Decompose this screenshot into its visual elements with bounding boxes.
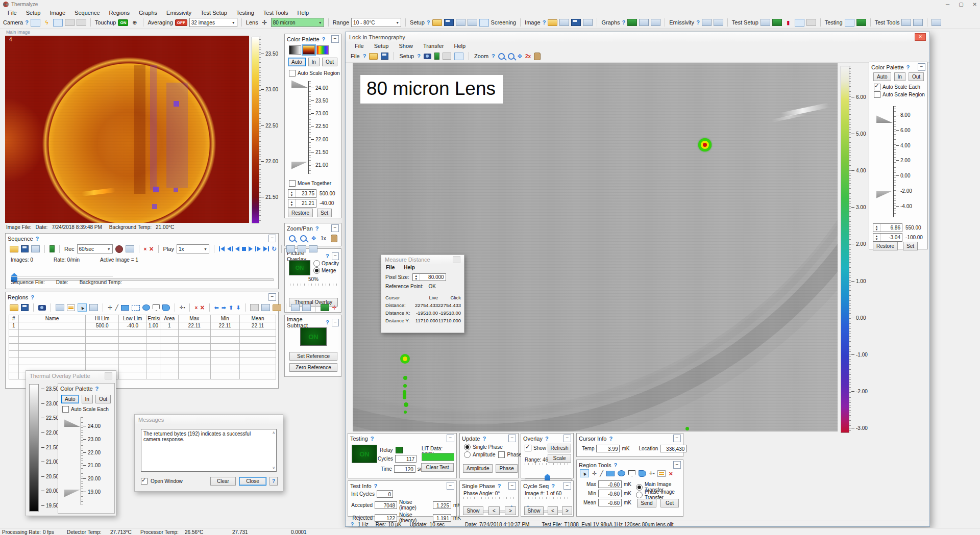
skip-start-button[interactable] (219, 246, 225, 251)
help-icon[interactable]: ? (326, 253, 329, 259)
opacity-radio[interactable] (313, 260, 320, 267)
auto-button[interactable]: Auto (873, 72, 891, 81)
averaging-select[interactable]: 32 images▼ (189, 18, 237, 27)
hi-value-spinner[interactable]: ▲▼6.86 (873, 223, 902, 232)
menu-item[interactable]: Help (399, 265, 420, 270)
restore-button[interactable]: Restore (873, 242, 898, 250)
send-button[interactable]: Send (637, 499, 656, 507)
test-setup-thermo-icon[interactable]: ▮ (784, 18, 793, 27)
scroll-down-icon[interactable]: ∨ (272, 466, 275, 470)
messages-textarea[interactable]: The returned bytes (192) indicates a suc… (141, 429, 277, 472)
camera-lock-icon[interactable] (65, 19, 75, 26)
regions-snapshot-icon[interactable] (38, 305, 46, 311)
range-select[interactable]: 10 - 80°C▼ (351, 18, 401, 27)
outdent-icon[interactable] (302, 304, 311, 311)
upper-limit-slider[interactable] (876, 115, 893, 123)
move-left-icon[interactable]: ⬅ (214, 304, 219, 311)
collapse-button[interactable]: − (331, 35, 339, 43)
in-button[interactable]: In (894, 72, 905, 81)
amplitude-radio[interactable] (464, 451, 471, 458)
freeform-tool-icon[interactable] (162, 304, 170, 311)
setup-export-icon[interactable] (468, 19, 477, 26)
close-button[interactable]: Close (239, 477, 266, 486)
lo-value-spinner[interactable]: ▲▼21.21 (288, 199, 316, 208)
regions-save-icon[interactable] (21, 304, 29, 311)
window-close-button[interactable] (453, 256, 460, 263)
phase-checkbox[interactable] (498, 451, 505, 458)
setup-screening-icon[interactable] (479, 19, 489, 27)
play-forward-button[interactable] (249, 246, 253, 251)
show-button[interactable]: Show (524, 506, 544, 515)
select-tool-icon[interactable]: ▲ (78, 303, 87, 312)
test-setup-board-icon[interactable] (772, 19, 782, 26)
point-tool-icon[interactable]: ✛ (108, 304, 112, 311)
freeform-tool-icon[interactable] (639, 470, 646, 477)
collapse-button[interactable]: − (332, 252, 339, 260)
graphs-bar-icon[interactable] (639, 19, 649, 26)
sequence-open-icon[interactable] (10, 246, 18, 252)
out-button[interactable]: Out (322, 58, 337, 66)
touchup-on-badge[interactable]: ON (118, 19, 128, 26)
zoom-fit-icon[interactable]: ✥ (311, 235, 316, 242)
save-icon[interactable] (381, 53, 388, 60)
sequence-film-icon[interactable] (31, 245, 40, 252)
get-button[interactable]: Get (660, 499, 679, 507)
graphs-help-icon[interactable]: ? (622, 19, 626, 26)
camera-flash-icon[interactable]: ϟ (42, 18, 51, 27)
auto-button[interactable]: Auto (288, 58, 306, 66)
testing-on-icon[interactable] (856, 19, 866, 26)
delete-image-icon[interactable]: × (144, 246, 147, 252)
pixel-size-spinner[interactable]: ▲▼80.000 (412, 273, 446, 281)
upper-limit-slider[interactable] (291, 80, 308, 88)
help-icon[interactable]: ? (545, 436, 549, 442)
phase-button[interactable]: Phase (496, 464, 517, 473)
sequence-save-icon[interactable] (21, 245, 29, 252)
collapse-button[interactable]: − (447, 482, 454, 490)
auto-scale-each-checkbox[interactable] (62, 406, 69, 413)
delete-region-icon[interactable]: × (669, 470, 673, 477)
lens-select[interactable]: 80 micron▼ (271, 18, 324, 27)
testing-signal-icon[interactable] (845, 19, 854, 27)
camera-temp-icon[interactable] (53, 19, 63, 27)
menu-item[interactable]: File (350, 43, 369, 49)
help-icon[interactable]: ? (498, 483, 501, 489)
help-icon[interactable]: ? (322, 36, 326, 42)
lockin-titlebar[interactable]: Lock-in Thermography ✕ (346, 32, 929, 42)
lockin-image[interactable]: 80 micron Lens (353, 63, 838, 431)
restore-button[interactable]: Restore (288, 209, 313, 217)
record-button[interactable] (115, 245, 123, 253)
scroll-up-icon[interactable]: ∧ (272, 430, 275, 435)
palette-rainbow-swatch[interactable] (316, 45, 329, 55)
regions-empty-row[interactable] (9, 358, 276, 365)
menu-item[interactable]: Sequence (70, 10, 105, 16)
label-tool-icon[interactable] (89, 304, 98, 311)
prev-button[interactable]: < (548, 506, 558, 515)
move-together-checkbox[interactable] (289, 180, 296, 187)
zoom-2x-button[interactable]: 2x (525, 54, 531, 59)
collapse-button[interactable]: − (508, 435, 516, 442)
help-icon[interactable]: ? (374, 483, 378, 489)
next-button[interactable]: > (505, 506, 516, 515)
add-point-grid-icon[interactable]: ✛▪ (180, 305, 185, 310)
auto-scale-region-checkbox[interactable] (874, 91, 880, 98)
menu-item[interactable]: File (3, 10, 21, 16)
image-save-icon[interactable] (571, 19, 581, 26)
collapse-button[interactable]: − (673, 461, 681, 469)
menu-item[interactable]: Image (45, 10, 70, 16)
collapse-button[interactable]: − (331, 224, 339, 232)
stop-button[interactable] (242, 247, 246, 251)
add-point-grid-icon[interactable]: ✛▪ (649, 471, 655, 476)
next-frame-button[interactable] (255, 246, 261, 251)
collapse-button[interactable]: − (268, 293, 276, 301)
menu-item[interactable]: Emissivity (162, 10, 196, 16)
collapse-button[interactable]: − (673, 435, 681, 442)
lo-value-spinner[interactable]: ▲▼-3.04 (873, 233, 902, 242)
lockin-close-button[interactable]: ✕ (915, 33, 926, 41)
file-help-icon[interactable]: ? (363, 53, 366, 59)
lower-limit-slider[interactable] (876, 191, 893, 198)
clear-test-button[interactable]: Clear Test (421, 463, 454, 472)
camera-connect-icon[interactable] (31, 19, 40, 27)
window-titlebar[interactable]: Measure Distance (381, 255, 464, 264)
touchup-target-icon[interactable]: ⊕ (130, 18, 139, 27)
show-button[interactable]: Show (463, 506, 483, 515)
